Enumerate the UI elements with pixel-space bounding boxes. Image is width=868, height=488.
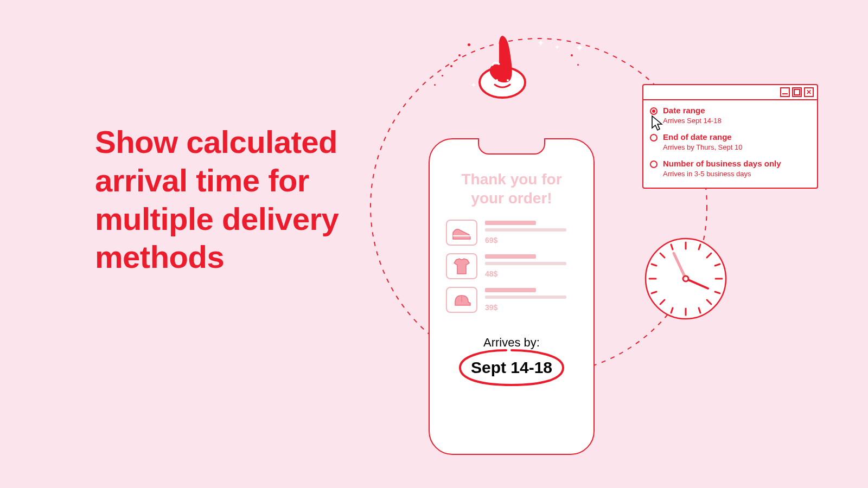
- order-item: 69$: [446, 220, 577, 246]
- option-title: End of date range: [663, 132, 742, 142]
- cap-icon: [446, 287, 477, 313]
- option-business-days[interactable]: Number of business days only Arrives in …: [650, 159, 810, 178]
- delivery-options-window: Date range Arrives Sept 14-18 End of dat…: [642, 84, 818, 189]
- radio-icon: [650, 160, 658, 168]
- option-subtitle: Arrives by Thurs, Sept 10: [663, 143, 742, 151]
- option-date-range[interactable]: Date range Arrives Sept 14-18: [650, 106, 810, 125]
- tshirt-icon: [446, 253, 477, 279]
- svg-point-2: [496, 79, 498, 81]
- order-item: 39$: [446, 287, 577, 313]
- order-items-list: 69$ 48$ 39$: [446, 220, 577, 313]
- cursor-icon: [651, 115, 663, 131]
- option-title: Number of business days only: [663, 159, 781, 169]
- item-price: 39$: [485, 303, 577, 312]
- thank-you-heading: Thank you for your order!: [446, 170, 577, 208]
- option-subtitle: Arrives Sept 14-18: [663, 117, 722, 125]
- arrival-date: Sept 14-18: [446, 358, 577, 377]
- radio-icon: [650, 107, 658, 115]
- maximize-icon[interactable]: [792, 87, 802, 97]
- minimize-icon[interactable]: [780, 87, 790, 97]
- svg-point-3: [507, 79, 509, 81]
- phone-mockup: Thank you for your order! 69$ 48$: [429, 138, 595, 455]
- item-price: 69$: [485, 236, 577, 245]
- item-price: 48$: [485, 269, 577, 278]
- clock-icon: [644, 237, 727, 320]
- radio-icon: [650, 134, 658, 142]
- headline: Show calculated arrival time for multipl…: [95, 123, 366, 277]
- option-title: Date range: [663, 106, 722, 115]
- option-subtitle: Arrives in 3-5 business days: [663, 170, 781, 178]
- order-item: 48$: [446, 253, 577, 279]
- svg-point-23: [683, 276, 688, 281]
- brand-logo-icon: [477, 34, 527, 101]
- close-icon[interactable]: [804, 87, 814, 97]
- shoe-icon: [446, 220, 477, 246]
- option-end-of-range[interactable]: End of date range Arrives by Thurs, Sept…: [650, 132, 810, 151]
- window-titlebar: [643, 85, 817, 100]
